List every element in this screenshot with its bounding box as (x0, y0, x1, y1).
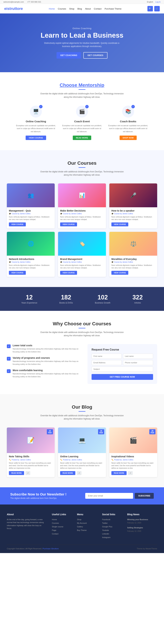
footer-blog-post-date-1: February 12, 2020 (127, 530, 157, 532)
stats-bar: 12 Years Experience 182 Books & DVDs 102… (0, 287, 164, 311)
nav-contact[interactable]: Contact (94, 8, 102, 10)
coaching-desc: Excepteur sint occaecat cupidatat non pr… (15, 124, 56, 133)
view-course-btn-3[interactable]: VIEW COURSE (9, 271, 26, 275)
nav-courses[interactable]: Courses (58, 8, 66, 10)
last-name-input[interactable] (123, 354, 153, 359)
footer-menu-gallery[interactable]: Gallery (77, 525, 97, 528)
nav-home[interactable]: Home (49, 8, 55, 10)
mentorship-title: Choose Mentorship (7, 82, 157, 88)
view-course-btn-2[interactable]: VIEW COURSE (111, 222, 128, 226)
first-name-input[interactable] (92, 354, 122, 359)
get-courses-button[interactable]: GET COURSES (83, 52, 108, 58)
hero-title: Learn to Lead a Business (41, 31, 124, 39)
course-image-2: 🎤 (109, 184, 157, 207)
course-author-2: Course by James Collins (111, 213, 155, 214)
newsletter-title: Subscribe Now to Our Newsletter ! (10, 492, 66, 496)
get-free-course-button[interactable]: GET FREE COURSE NOW (92, 374, 153, 380)
share-button-0[interactable]: ↗ (26, 471, 30, 475)
footer-link-single-course[interactable]: Single course (52, 525, 72, 528)
footer-social-linkedin[interactable]: Linkedin (102, 532, 122, 535)
footer-blog-title: Blog News (127, 513, 157, 516)
footer-social-facebook[interactable]: Facebook (102, 518, 122, 521)
why-reasons: ✓ Lower total costs Nanotechnology immer… (7, 344, 81, 384)
footer-menu-list: Shop My Account Gallery Buy Theme (77, 518, 97, 532)
blog-day-1: 16 (99, 430, 103, 432)
share-button-2[interactable]: ↗ (128, 471, 133, 475)
read-more-button-blog-0[interactable]: READ MORE (9, 471, 24, 475)
read-more-button-blog-2[interactable]: READ MORE (111, 471, 127, 475)
footer-social: Social links Facebook Twitter Google Plu… (102, 513, 122, 540)
email-input[interactable] (92, 360, 122, 365)
footer-useful-links-title: Useful Links (52, 513, 72, 516)
why-item-2: ✓ More comfortable learning Nanotechnolo… (7, 369, 81, 378)
course-image-0: 👥 (7, 184, 55, 207)
view-course-btn-5[interactable]: VIEW COURSE (111, 271, 128, 275)
footer-blog-post-title-0: Winning your Business (127, 518, 157, 521)
phone-input[interactable] (123, 360, 153, 365)
view-course-btn-1[interactable]: VIEW COURSE (60, 222, 77, 226)
nav-blog[interactable]: Blog (77, 8, 82, 10)
topbar-email: welcome@example.com (4, 1, 24, 3)
shop-now-button[interactable]: SHOP NOW (120, 136, 137, 140)
course-image-1: 📊 (58, 184, 106, 207)
footer-link-home[interactable]: Home (52, 518, 72, 521)
mentorship-section: Choose Mentorship Override the digital d… (0, 72, 164, 150)
footer-menu-buy-theme[interactable]: Buy Theme (77, 529, 97, 532)
blog-card-2: 🎬 28 FEB Inspirational Videos Posted by:… (109, 428, 157, 477)
view-course-button-1[interactable]: VIEW COURSE (26, 136, 46, 140)
course-author-3: Course by James Collins (9, 261, 53, 263)
footer-menu-shop[interactable]: Shop (77, 518, 97, 521)
stat-number-0: 12 (21, 294, 37, 301)
site-logo[interactable]: eistruttore (4, 6, 23, 11)
courses-grid: 👥 Management - Quiz Course by James Coll… (7, 184, 157, 277)
share-button-1[interactable]: ↗ (77, 471, 81, 475)
topbar-auth[interactable]: English Log In (145, 1, 160, 3)
footer-link-courses[interactable]: Courses (52, 522, 72, 524)
nav-shop[interactable]: Shop (69, 8, 74, 10)
footer-link-page[interactable]: Page (52, 529, 72, 532)
nav-purchase[interactable]: Purchase Theme (105, 8, 121, 10)
search-button[interactable]: 🔍 (147, 6, 153, 12)
get-coaching-button[interactable]: GET COACHING (56, 52, 81, 58)
why-item-title-2: More comfortable learning (13, 369, 81, 372)
why-item-desc-2: Nanotechnology immersion along the infor… (13, 372, 81, 378)
blog-post-title-1: Online Learning (60, 455, 104, 458)
free-course-form: Request Free Course GET FREE COURSE NOW (88, 344, 157, 384)
footer-about-text: At the end of the day, going forward, a … (7, 518, 47, 530)
why-desc: Override the digital divide with additio… (39, 331, 125, 337)
footer-link-contact[interactable]: Contact (52, 532, 72, 535)
event-title: Coach Event (61, 120, 103, 123)
cart-button[interactable]: 🛒 (154, 6, 160, 12)
login-link[interactable]: Log In (155, 1, 160, 3)
footer-social-twitter[interactable]: Twitter (102, 522, 122, 524)
courses-section: Our Courses Override the digital divide … (0, 150, 164, 287)
blog-image-2: 🎬 28 FEB (109, 428, 157, 453)
why-item-1: ✓ Variety of programs and courses Nanote… (7, 356, 81, 366)
why-title: Why Choose our Courses (7, 321, 157, 326)
nav-action-icons: 🔍 🛒 (147, 6, 160, 12)
footer-social-youtube[interactable]: Youtube (102, 529, 122, 532)
subscribe-button[interactable]: SUBSCRIBE (135, 493, 154, 499)
hero-description: Distinctively exploit optimal alignments… (41, 42, 123, 48)
stat-number-1: 182 (59, 294, 73, 301)
footer-menu-account[interactable]: My Account (77, 522, 97, 524)
footer-blog-post-date-0: February 12, 2020 (127, 522, 157, 524)
nav-about[interactable]: About (85, 8, 91, 10)
read-more-button-1[interactable]: READ MORE (73, 136, 91, 140)
subject-input[interactable] (92, 366, 153, 372)
view-course-btn-0[interactable]: VIEW COURSE (9, 222, 26, 226)
footer-blog-news: Blog News Winning your Business February… (127, 513, 157, 540)
footer-menu: Menu Shop My Account Gallery Buy Theme (77, 513, 97, 540)
read-more-button-blog-1[interactable]: READ MORE (60, 471, 75, 475)
event-icon: 🎬 ✓ (76, 106, 88, 118)
newsletter-email-input[interactable] (85, 493, 133, 499)
mentorship-desc: Override the digital divide with additio… (39, 92, 125, 98)
course-title-2: How to be a speaker (111, 209, 155, 212)
footer-social-google[interactable]: Google Plus (102, 525, 122, 528)
footer-purchase-link[interactable]: Purchase iStruttore (43, 548, 59, 550)
mentorship-card-books: 📚 ✓ Coach Books Excepteur sint occaecat … (108, 106, 149, 140)
language-selector[interactable]: English (147, 1, 153, 3)
view-course-btn-4[interactable]: VIEW COURSE (60, 271, 77, 275)
footer-social-instagram[interactable]: Instagram (102, 536, 122, 538)
course-author-5: Course by James Collins (111, 261, 155, 263)
